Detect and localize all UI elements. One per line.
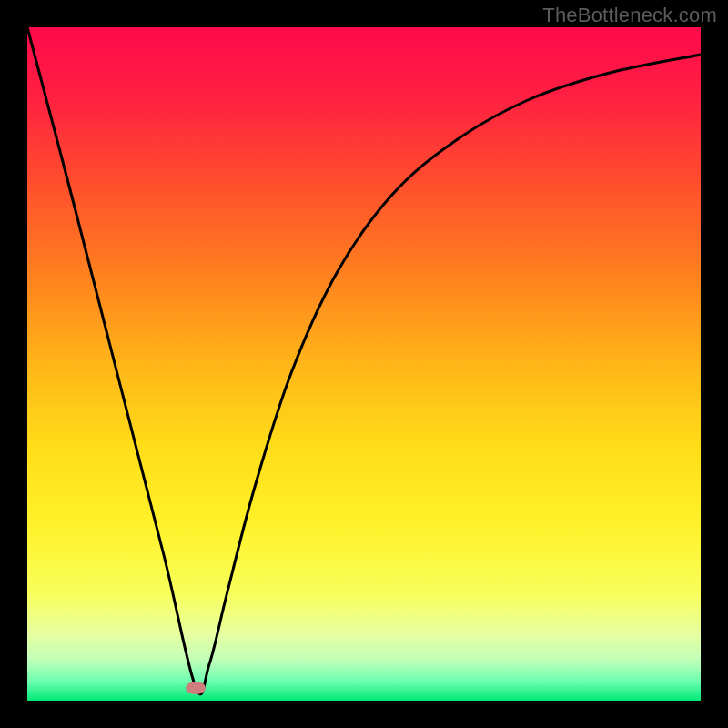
chart-plot-area	[27, 27, 701, 701]
optimal-point-marker	[186, 682, 206, 694]
gradient-background	[27, 27, 701, 701]
attribution-text: TheBottleneck.com	[542, 4, 717, 27]
chart-svg	[27, 27, 701, 701]
image-frame: TheBottleneck.com	[0, 0, 728, 728]
